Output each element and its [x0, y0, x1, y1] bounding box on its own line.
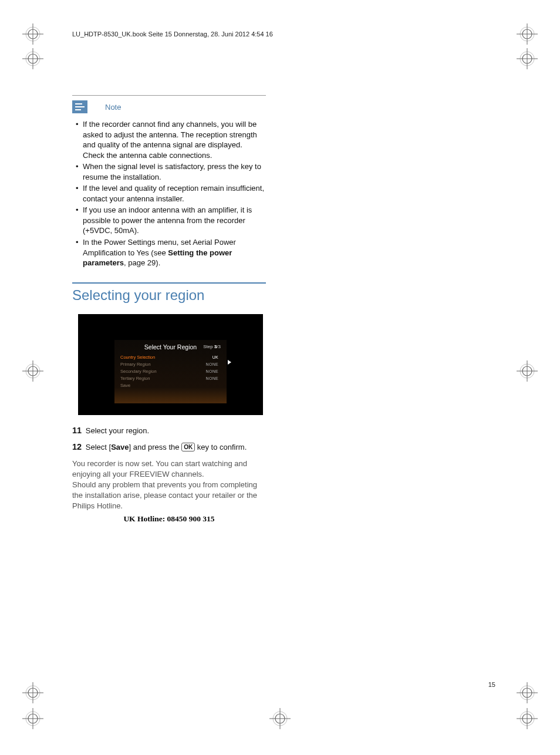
section-title: Selecting your region	[72, 287, 266, 304]
note-item: In the Power Settings menu, set Aerial P…	[72, 237, 266, 268]
registration-mark	[21, 359, 45, 383]
region-panel: Select Your Region Step 3/3 Country Sele…	[114, 340, 227, 403]
registration-mark	[515, 359, 539, 383]
instruction-steps: 11 Select your region. 12 Select [Save] …	[72, 426, 266, 451]
note-list: If the recorder cannot find any channels…	[72, 119, 266, 268]
menu-row-primary[interactable]: Primary RegionNONE	[120, 361, 221, 368]
step-indicator: Step 3/3	[203, 344, 221, 349]
registration-mark	[21, 707, 45, 730]
ok-key-icon: OK	[181, 443, 195, 451]
page-content: Note If the recorder cannot find any cha…	[72, 95, 266, 524]
note-item: When the signal level is satisfactory, p…	[72, 161, 266, 182]
note-item: If the level and quality of reception re…	[72, 183, 266, 204]
registration-mark	[21, 22, 45, 46]
step-11: 11 Select your region.	[72, 426, 266, 435]
note-item: If the recorder cannot find any channels…	[72, 119, 266, 160]
registration-mark	[21, 47, 45, 70]
registration-mark	[515, 681, 539, 705]
note-box: Note If the recorder cannot find any cha…	[72, 95, 266, 268]
closing-text: You recorder is now set. You can start w…	[72, 459, 266, 525]
registration-mark	[515, 47, 539, 70]
note-label: Note	[105, 103, 121, 112]
menu-row-country[interactable]: Country SelectionUK	[120, 354, 221, 361]
registration-mark	[21, 681, 45, 705]
menu-row-save[interactable]: Save	[120, 382, 221, 389]
panel-title: Select Your Region Step 3/3	[120, 343, 221, 350]
registration-mark	[268, 707, 292, 730]
closing-p1: You recorder is now set. You can start w…	[72, 459, 266, 480]
hotline: UK Hotline: 08450 900 315	[72, 514, 266, 525]
note-icon	[72, 100, 87, 113]
registration-mark	[515, 22, 539, 46]
tv-screenshot: Select Your Region Step 3/3 Country Sele…	[78, 314, 263, 415]
registration-mark	[515, 707, 539, 730]
menu-row-tertiary[interactable]: Tertiary RegionNONE	[120, 375, 221, 382]
document-header: LU_HDTP-8530_UK.book Seite 15 Donnerstag…	[72, 31, 273, 38]
chevron-right-icon	[228, 360, 231, 365]
section-rule	[72, 282, 266, 284]
menu-row-secondary[interactable]: Secondary RegionNONE	[120, 368, 221, 375]
page-number: 15	[488, 681, 495, 688]
closing-p2: Should any problem that prevents you fro…	[72, 480, 266, 512]
note-item: If you use an indoor antenna with an amp…	[72, 205, 266, 236]
step-12: 12 Select [Save] and press the OK key to…	[72, 442, 266, 451]
